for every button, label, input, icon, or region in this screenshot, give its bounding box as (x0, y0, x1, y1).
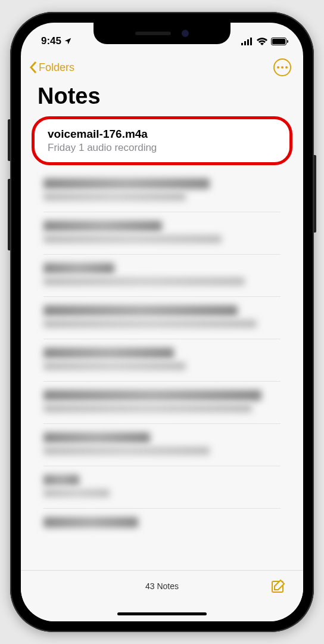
note-count-label: 43 Notes (145, 581, 179, 591)
wifi-icon (257, 38, 267, 45)
note-row[interactable] (32, 426, 292, 461)
compose-button[interactable] (270, 578, 288, 596)
note-row[interactable] (32, 257, 292, 292)
location-icon (64, 37, 72, 45)
note-row[interactable] (32, 384, 292, 419)
note-row-highlighted[interactable]: voicemail-176.m4a Friday 1 audio recordi… (32, 116, 292, 165)
notch (94, 23, 230, 44)
nav-bar: Folders (21, 52, 303, 80)
back-button[interactable]: Folders (29, 61, 74, 74)
home-indicator[interactable] (117, 612, 207, 615)
note-row[interactable] (32, 299, 292, 334)
note-title: voicemail-176.m4a (48, 128, 276, 141)
note-row[interactable] (32, 511, 292, 534)
more-options-button[interactable] (273, 58, 291, 76)
svg-rect-3 (250, 38, 252, 45)
cellular-signal-icon (241, 38, 253, 45)
svg-rect-0 (241, 43, 243, 45)
battery-icon (271, 38, 286, 45)
bottom-toolbar: 43 Notes (21, 570, 303, 621)
screen: 9:45 Folders (21, 23, 303, 621)
note-row[interactable] (32, 469, 292, 503)
note-row[interactable] (32, 172, 292, 207)
phone-frame: 9:45 Folders (10, 12, 314, 632)
note-subtitle: Friday 1 audio recording (48, 142, 276, 154)
svg-rect-2 (247, 39, 249, 45)
page-title: Notes (21, 80, 303, 116)
note-row[interactable] (32, 342, 292, 376)
back-label: Folders (39, 61, 74, 74)
status-time: 9:45 (41, 35, 61, 47)
note-row[interactable] (32, 215, 292, 249)
notes-list[interactable]: voicemail-176.m4a Friday 1 audio recordi… (21, 116, 303, 534)
svg-rect-1 (244, 41, 246, 45)
